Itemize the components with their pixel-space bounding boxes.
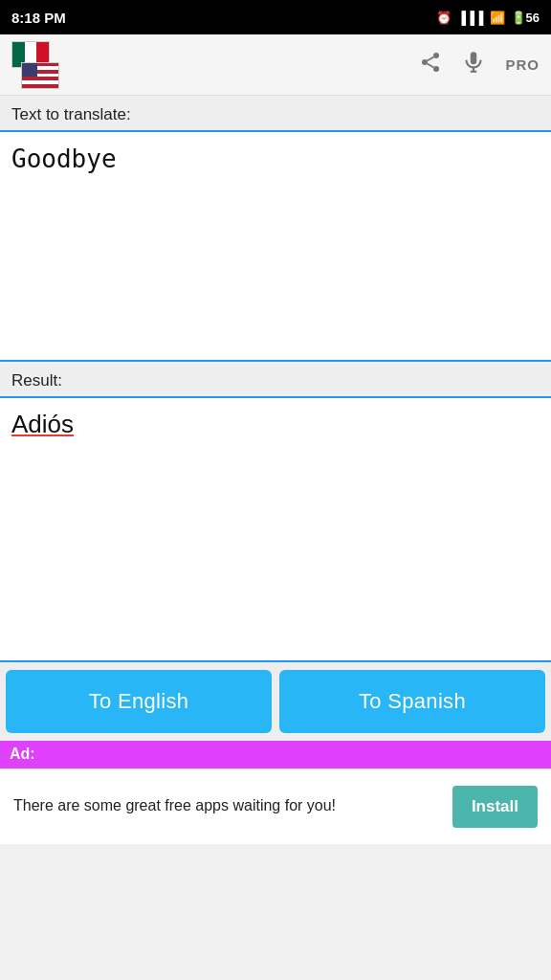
signal-icon: ▐▐▐ [457, 11, 484, 25]
main-content: Text to translate: Result: Adiós To Engl… [0, 96, 551, 741]
pro-button[interactable]: PRO [505, 56, 540, 73]
language-flags[interactable] [11, 41, 65, 89]
source-label: Text to translate: [0, 96, 551, 130]
svg-point-2 [433, 66, 439, 72]
status-icons: ⏰ ▐▐▐ 📶 🔋56 [436, 11, 540, 25]
source-input[interactable] [11, 144, 540, 345]
share-icon[interactable] [419, 51, 442, 79]
app-bar-actions: PRO [419, 50, 540, 80]
wifi-icon: 📶 [490, 11, 505, 25]
to-english-button[interactable]: To English [6, 670, 272, 733]
ad-message: There are some great free apps waiting f… [13, 795, 336, 816]
svg-rect-5 [471, 52, 477, 64]
alarm-icon: ⏰ [436, 11, 452, 25]
install-button[interactable]: Install [452, 786, 538, 828]
status-time: 8:18 PM [11, 10, 66, 26]
svg-line-4 [428, 56, 434, 60]
battery-icon: 🔋56 [511, 11, 540, 25]
source-text-area[interactable] [0, 130, 551, 362]
ad-bar: Ad: [0, 741, 551, 768]
translate-buttons: To English To Spanish [0, 662, 551, 741]
microphone-icon[interactable] [461, 50, 486, 80]
result-area: Adiós [0, 396, 551, 662]
result-text: Adiós [11, 410, 540, 649]
svg-point-0 [433, 53, 439, 58]
result-label: Result: [0, 362, 551, 396]
ad-label: Ad: [10, 746, 35, 763]
svg-point-1 [422, 59, 428, 65]
status-bar: 8:18 PM ⏰ ▐▐▐ 📶 🔋56 [0, 0, 551, 34]
ad-content: There are some great free apps waiting f… [0, 768, 551, 844]
usa-flag [21, 62, 59, 89]
to-spanish-button[interactable]: To Spanish [279, 670, 545, 733]
app-bar: PRO [0, 34, 551, 96]
svg-line-3 [428, 63, 434, 67]
